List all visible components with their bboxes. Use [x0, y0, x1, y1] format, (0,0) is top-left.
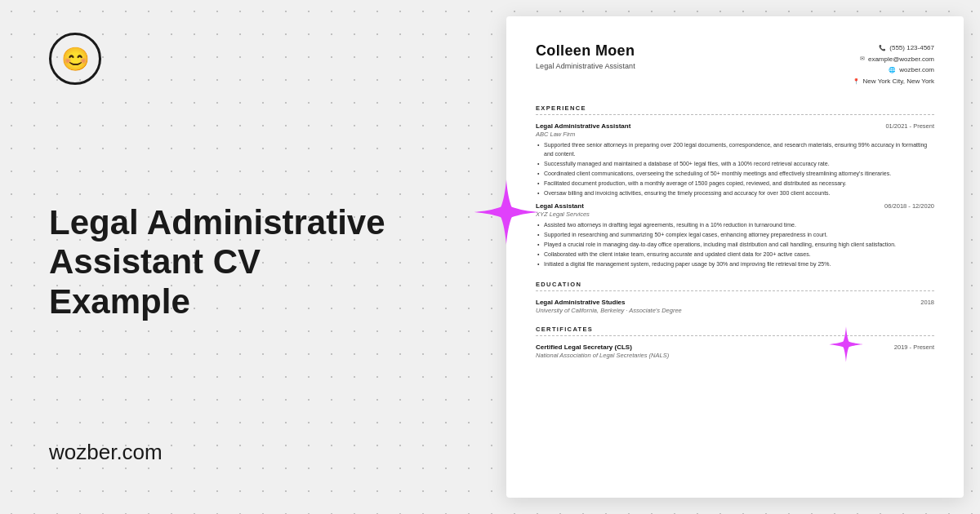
location-icon: 📍 [853, 77, 860, 86]
resume-contact: 📞 (555) 123-4567 ✉ example@wozber.com 🌐 … [853, 42, 934, 86]
job-2-company: XYZ Legal Services [536, 210, 934, 218]
job-1-bullet-4: Facilitated document production, with a … [536, 179, 934, 188]
resume-card: Colleen Moen Legal Administrative Assist… [506, 16, 964, 498]
education-section-title: EDUCATION [536, 281, 934, 291]
job-1-bullet-1: Supported three senior attorneys in prep… [536, 141, 934, 159]
page-title: Legal Administrative Assistant CV Exampl… [49, 203, 392, 321]
experience-section-title: EXPERIENCE [536, 104, 934, 115]
job-2-title: Legal Assistant [536, 202, 584, 210]
education-1: Legal Administrative Studies 2018 Univer… [536, 299, 934, 314]
phone-icon: 📞 [879, 43, 886, 53]
job-1-date: 01/2021 - Present [885, 122, 934, 130]
certificate-1-row: Certified Legal Secretary (CLS) 2019 - P… [536, 343, 934, 351]
job-2: Legal Assistant 06/2018 - 12/2020 XYZ Le… [536, 202, 934, 268]
edu-1-year: 2018 [920, 299, 934, 306]
globe-icon: 🌐 [889, 65, 896, 75]
job-1-company: ABC Law Firm [536, 131, 934, 138]
job-2-bullet-3: Played a crucial role in managing day-to… [536, 241, 934, 250]
job-1-bullet-5: Oversaw billing and invoicing activities… [536, 189, 934, 198]
cert-1-org: National Association of Legal Secretarie… [536, 352, 934, 359]
job-2-bullet-4: Collaborated with the client intake team… [536, 250, 934, 259]
cert-1-year: 2019 - Present [894, 343, 934, 351]
education-1-row: Legal Administrative Studies 2018 [536, 299, 934, 306]
certificates-section-title: CERTIFICATES [536, 326, 934, 336]
logo: 😊 [49, 33, 101, 85]
edu-1-school: University of California, Berkeley · Ass… [536, 307, 934, 314]
domain-text: wozber.com [49, 440, 457, 465]
contact-phone: 📞 (555) 123-4567 [853, 42, 934, 54]
email-icon: ✉ [860, 54, 865, 64]
contact-website: 🌐 wozber.com [853, 64, 934, 76]
job-1-title: Legal Administrative Assistant [536, 122, 630, 130]
job-2-date: 06/2018 - 12/2020 [884, 202, 934, 210]
job-2-bullet-5: Initiated a digital file management syst… [536, 260, 934, 269]
sparkle-large-icon [474, 179, 539, 248]
left-panel: 😊 Legal Administrative Assistant CV Exam… [0, 0, 506, 514]
job-2-bullet-2: Supported in researching and summarizing… [536, 231, 934, 240]
job-2-header: Legal Assistant 06/2018 - 12/2020 [536, 202, 934, 210]
certificate-1: Certified Legal Secretary (CLS) 2019 - P… [536, 343, 934, 359]
contact-location: 📍 New York City, New York [853, 76, 934, 87]
resume-header: Colleen Moen Legal Administrative Assist… [536, 42, 934, 86]
resume-subtitle: Legal Administrative Assistant [536, 62, 635, 70]
edu-1-degree: Legal Administrative Studies [536, 299, 626, 306]
job-1-bullets: Supported three senior attorneys in prep… [536, 141, 934, 197]
logo-emoji: 😊 [61, 46, 90, 73]
contact-email: ✉ example@wozber.com [853, 54, 934, 65]
job-1: Legal Administrative Assistant 01/2021 -… [536, 122, 934, 197]
cert-1-name: Certified Legal Secretary (CLS) [536, 343, 632, 351]
job-1-bullet-3: Coordinated client communications, overs… [536, 170, 934, 179]
resume-name: Colleen Moen [536, 42, 635, 60]
job-1-header: Legal Administrative Assistant 01/2021 -… [536, 122, 934, 130]
resume-name-block: Colleen Moen Legal Administrative Assist… [536, 42, 635, 70]
job-1-bullet-2: Successfully managed and maintained a da… [536, 160, 934, 169]
sparkle-small-icon [828, 326, 864, 366]
job-2-bullets: Assisted two attorneys in drafting legal… [536, 221, 934, 268]
job-2-bullet-1: Assisted two attorneys in drafting legal… [536, 221, 934, 230]
main-title: Legal Administrative Assistant CV Exampl… [49, 203, 457, 321]
